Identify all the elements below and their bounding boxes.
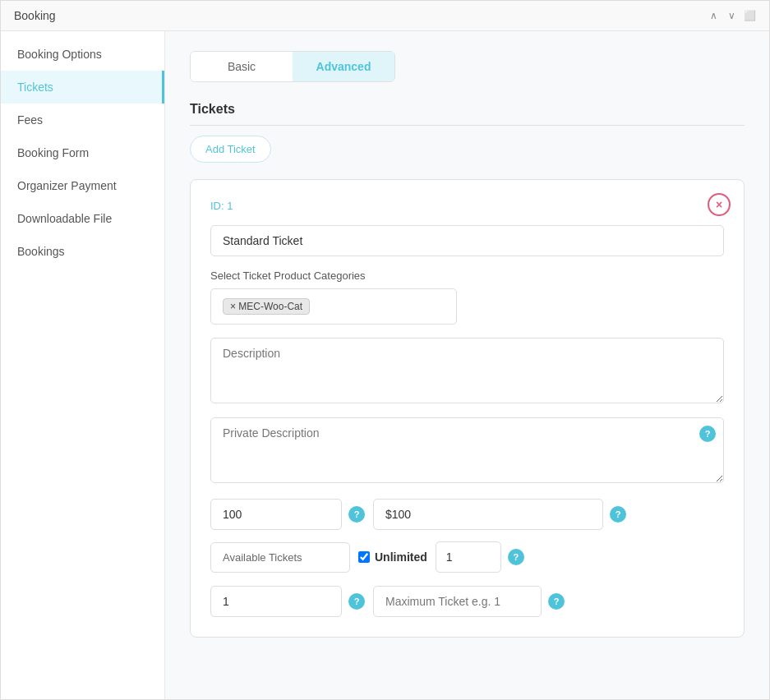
ticket-card: × ID: 1 Select Ticket Product Categories… bbox=[190, 179, 745, 638]
chevron-down-icon[interactable]: ∨ bbox=[725, 9, 738, 22]
category-select[interactable]: × MEC-Woo-Cat bbox=[210, 288, 457, 325]
ticket-name-input[interactable] bbox=[210, 225, 724, 256]
title-bar: Booking ∧ ∨ ⬜ bbox=[1, 1, 769, 31]
close-ticket-button[interactable]: × bbox=[708, 193, 731, 216]
window-title: Booking bbox=[14, 9, 56, 22]
unlimited-checkbox[interactable] bbox=[358, 551, 370, 563]
close-icon: × bbox=[716, 198, 722, 211]
main-layout: Booking Options Tickets Fees Booking For… bbox=[1, 31, 769, 699]
max-ticket-wrapper: ? bbox=[373, 586, 565, 617]
price-help-icon[interactable]: ? bbox=[348, 506, 365, 523]
sidebar: Booking Options Tickets Fees Booking For… bbox=[1, 31, 165, 699]
tab-bar: Basic Advanced bbox=[190, 51, 395, 82]
app-window: Booking ∧ ∨ ⬜ Booking Options Tickets Fe… bbox=[0, 0, 770, 700]
max-ticket-row: ? ? bbox=[210, 586, 724, 617]
unlimited-label: Unlimited bbox=[375, 550, 427, 564]
available-tickets-label: Available Tickets bbox=[210, 542, 350, 573]
ticket-price-input[interactable] bbox=[210, 499, 342, 530]
content-area: Basic Advanced Tickets Add Ticket × ID: … bbox=[165, 31, 769, 699]
formatted-price-help-icon[interactable]: ? bbox=[610, 506, 626, 523]
section-title: Tickets bbox=[190, 102, 745, 126]
available-tickets-row: Available Tickets Unlimited ? bbox=[210, 541, 724, 573]
min-ticket-input[interactable] bbox=[210, 586, 342, 617]
quantity-input[interactable] bbox=[436, 541, 501, 573]
sidebar-item-booking-form[interactable]: Booking Form bbox=[1, 136, 164, 169]
max-ticket-help-icon[interactable]: ? bbox=[548, 593, 565, 610]
sidebar-item-bookings[interactable]: Bookings bbox=[1, 235, 164, 268]
maximize-icon[interactable]: ⬜ bbox=[743, 9, 756, 22]
formatted-price-wrapper: ? bbox=[373, 499, 626, 530]
tab-basic[interactable]: Basic bbox=[191, 52, 293, 81]
description-input[interactable] bbox=[210, 338, 724, 403]
sidebar-item-organizer-payment[interactable]: Organizer Payment bbox=[1, 169, 164, 202]
quantity-field-wrapper: ? bbox=[436, 541, 524, 573]
quantity-help-icon[interactable]: ? bbox=[508, 549, 524, 565]
private-description-input[interactable] bbox=[210, 417, 724, 483]
min-ticket-wrapper: ? bbox=[210, 586, 365, 617]
chevron-up-icon[interactable]: ∧ bbox=[707, 9, 720, 22]
max-ticket-input[interactable] bbox=[373, 586, 542, 617]
add-ticket-button[interactable]: Add Ticket bbox=[190, 136, 271, 163]
sidebar-item-tickets[interactable]: Tickets bbox=[1, 71, 164, 104]
tab-advanced[interactable]: Advanced bbox=[293, 52, 394, 81]
sidebar-item-downloadable-file[interactable]: Downloadable File bbox=[1, 202, 164, 235]
private-description-help-icon[interactable]: ? bbox=[699, 426, 716, 442]
ticket-id: ID: 1 bbox=[210, 200, 724, 212]
price-field-wrapper: ? bbox=[210, 499, 365, 530]
category-tag[interactable]: × MEC-Woo-Cat bbox=[223, 298, 310, 315]
formatted-price-input[interactable] bbox=[373, 499, 603, 530]
sidebar-item-fees[interactable]: Fees bbox=[1, 104, 164, 136]
price-row: ? ? bbox=[210, 499, 724, 530]
min-ticket-help-icon[interactable]: ? bbox=[348, 593, 365, 610]
sidebar-item-booking-options[interactable]: Booking Options bbox=[1, 38, 164, 71]
category-label: Select Ticket Product Categories bbox=[210, 269, 724, 282]
window-controls: ∧ ∨ ⬜ bbox=[707, 9, 756, 22]
unlimited-wrapper: Unlimited bbox=[358, 550, 427, 564]
